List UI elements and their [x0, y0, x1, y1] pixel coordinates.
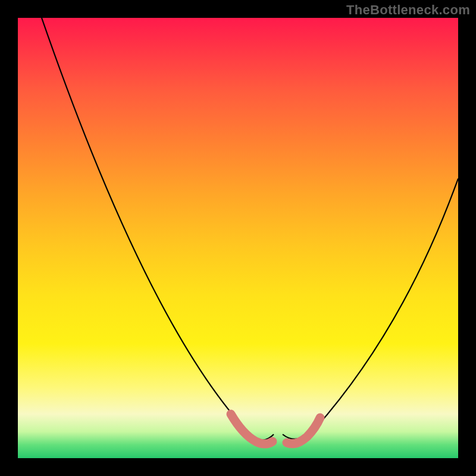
attribution-text: TheBottleneck.com	[346, 2, 470, 18]
curve-overlay	[18, 18, 458, 458]
bottleneck-curve-right	[283, 178, 458, 439]
plot-area	[18, 18, 458, 458]
bottleneck-curve-left	[42, 18, 274, 440]
highlight-segment-left	[231, 414, 273, 444]
chart-container: TheBottleneck.com	[0, 0, 476, 476]
highlight-segment-right	[287, 418, 320, 444]
